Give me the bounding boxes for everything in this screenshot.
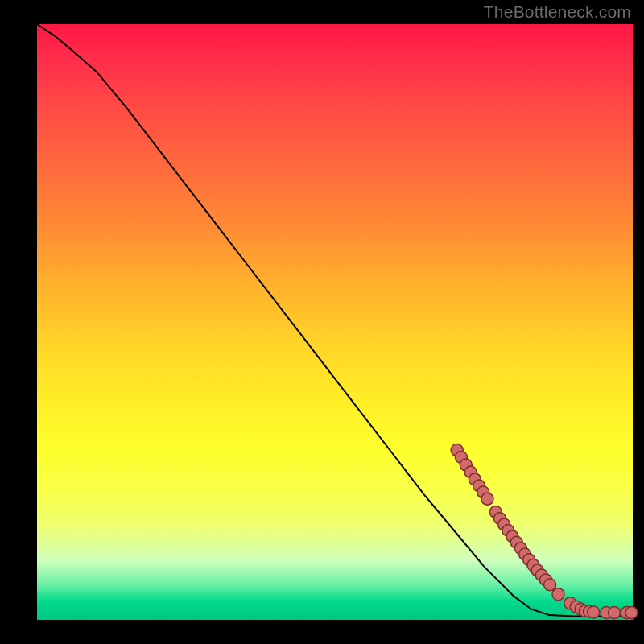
data-point (481, 493, 493, 505)
data-point (609, 607, 621, 619)
watermark-text: TheBottleneck.com (484, 2, 631, 22)
data-point (544, 579, 556, 591)
chart-frame: TheBottleneck.com (0, 0, 644, 644)
data-point (625, 607, 638, 619)
plot-area (37, 24, 633, 620)
data-point (552, 588, 564, 601)
data-point (588, 606, 600, 618)
scatter-points (451, 444, 638, 619)
bottleneck-curve (37, 24, 633, 617)
chart-svg (37, 24, 633, 620)
